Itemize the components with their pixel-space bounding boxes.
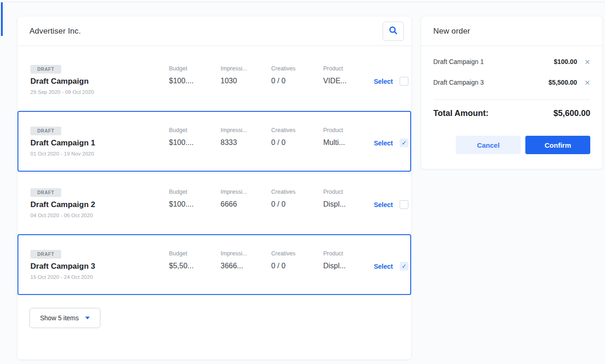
select-area: Select ✓ xyxy=(374,262,408,271)
campaign-creatives: 0 / 0 xyxy=(271,77,323,85)
campaign-dates: 29 Sep 2020 - 09 Oct 2020 xyxy=(30,89,169,95)
campaign-budget: $100.... xyxy=(169,77,221,85)
advertiser-title: Advertiser Inc. xyxy=(29,27,81,36)
product-column: Product VIDE... xyxy=(323,64,374,85)
status-badge: DRAFT xyxy=(30,188,61,197)
campaign-name: Draft Campaign 3 xyxy=(30,262,169,271)
select-link[interactable]: Select xyxy=(374,263,393,270)
select-link[interactable]: Select xyxy=(374,139,393,147)
campaign-budget: $5,50... xyxy=(169,262,221,270)
impressions-column: Impressi... 6666 xyxy=(221,188,271,208)
order-panel-header: New order xyxy=(421,17,602,46)
campaign-list: DRAFT Draft Campaign 29 Sep 2020 - 09 Oc… xyxy=(17,46,411,295)
campaign-budget: $100.... xyxy=(169,200,221,208)
budget-column: Budget $100.... xyxy=(169,126,221,147)
campaign-impressions: 1030 xyxy=(221,77,271,85)
select-checkbox[interactable]: ✓ xyxy=(400,262,408,271)
order-item-name: Draft Campaign 3 xyxy=(433,79,484,86)
select-link[interactable]: Select xyxy=(374,78,393,85)
impressions-column: Impressi... 1030 xyxy=(221,64,271,85)
campaign-row[interactable]: DRAFT Draft Campaign 1 01 Oct 2020 - 19 … xyxy=(17,111,411,172)
campaign-info: DRAFT Draft Campaign 3 15 Oct 2020 - 24 … xyxy=(30,249,169,280)
budget-column-header: Budget xyxy=(169,188,221,195)
impressions-column-header: Impressi... xyxy=(221,188,271,195)
product-column-header: Product xyxy=(323,188,374,195)
campaign-creatives: 0 / 0 xyxy=(271,262,323,270)
select-area: Select ✓ xyxy=(374,139,408,147)
campaign-info: DRAFT Draft Campaign 1 01 Oct 2020 - 19 … xyxy=(30,126,169,156)
campaign-name: Draft Campaign 1 xyxy=(30,139,169,148)
impressions-column: Impressi... 8333 xyxy=(221,126,271,147)
order-item-name: Draft Campaign 1 xyxy=(433,58,484,65)
campaign-impressions: 8333 xyxy=(221,139,271,147)
campaign-dates: 04 Oct 2020 - 06 Oct 2020 xyxy=(30,213,169,218)
select-checkbox[interactable]: ✓ xyxy=(400,77,408,86)
creatives-column: Creatives 0 / 0 xyxy=(271,126,323,147)
campaign-creatives: 0 / 0 xyxy=(271,200,323,208)
status-badge: DRAFT xyxy=(30,250,61,259)
pagination-area: Show 5 items xyxy=(17,302,411,328)
cancel-button[interactable]: Cancel xyxy=(456,136,521,154)
campaign-row[interactable]: DRAFT Draft Campaign 2 04 Oct 2020 - 06 … xyxy=(17,179,411,227)
search-button[interactable] xyxy=(383,22,404,41)
remove-item-icon[interactable]: ✕ xyxy=(584,58,590,65)
creatives-column-header: Creatives xyxy=(271,249,323,257)
campaign-dates: 01 Oct 2020 - 19 Nov 2020 xyxy=(30,151,169,156)
budget-column: Budget $5,50... xyxy=(169,249,221,270)
left-accent-bar xyxy=(1,2,3,36)
campaign-product: VIDE... xyxy=(323,77,374,85)
advertiser-campaigns-panel: Advertiser Inc. DRAFT Draft Campaign 29 … xyxy=(17,17,411,359)
creatives-column-header: Creatives xyxy=(271,188,323,195)
impressions-column-header: Impressi... xyxy=(221,126,271,133)
campaign-info: DRAFT Draft Campaign 2 04 Oct 2020 - 06 … xyxy=(30,188,169,218)
impressions-column: Impressi... 3666... xyxy=(221,249,271,270)
show-items-dropdown[interactable]: Show 5 items xyxy=(29,308,100,328)
select-checkbox[interactable]: ✓ xyxy=(400,200,408,209)
select-checkbox[interactable]: ✓ xyxy=(400,139,408,147)
chevron-down-icon xyxy=(85,317,90,319)
new-order-panel: New order Draft Campaign 1 $100.00 ✕ Dra… xyxy=(421,17,602,169)
order-actions: Cancel Confirm xyxy=(433,136,590,154)
select-area: Select ✓ xyxy=(374,200,408,209)
select-area: Select ✓ xyxy=(374,77,408,86)
campaign-product: Multi... xyxy=(323,139,374,147)
product-column: Product Displ... xyxy=(323,188,374,208)
total-amount-value: $5,600.00 xyxy=(553,109,590,118)
checkmark-icon: ✓ xyxy=(401,263,407,269)
budget-column: Budget $100.... xyxy=(169,64,221,85)
order-total-row: Total Amount: $5,600.00 xyxy=(433,109,590,118)
order-divider xyxy=(433,99,590,100)
order-item: Draft Campaign 3 $5,500.00 ✕ xyxy=(433,79,590,86)
campaign-dates: 15 Oct 2020 - 24 Oct 2020 xyxy=(30,274,169,280)
creatives-column: Creatives 0 / 0 xyxy=(271,188,323,208)
campaign-row[interactable]: DRAFT Draft Campaign 29 Sep 2020 - 09 Oc… xyxy=(17,55,411,104)
creatives-column: Creatives 0 / 0 xyxy=(271,64,323,85)
select-link[interactable]: Select xyxy=(374,201,393,208)
product-column: Product Multi... xyxy=(323,126,374,147)
impressions-column-header: Impressi... xyxy=(221,64,271,72)
campaign-impressions: 3666... xyxy=(221,262,271,270)
creatives-column-header: Creatives xyxy=(271,126,323,133)
search-icon xyxy=(389,26,398,36)
campaign-creatives: 0 / 0 xyxy=(271,139,323,147)
product-column-header: Product xyxy=(323,249,374,257)
checkmark-icon: ✓ xyxy=(401,140,407,146)
campaign-row[interactable]: DRAFT Draft Campaign 3 15 Oct 2020 - 24 … xyxy=(17,234,411,295)
order-title: New order xyxy=(433,27,470,36)
confirm-button[interactable]: Confirm xyxy=(525,136,590,154)
advertiser-panel-header: Advertiser Inc. xyxy=(17,17,411,46)
campaign-product: Displ... xyxy=(323,200,374,208)
remove-item-icon[interactable]: ✕ xyxy=(584,79,590,86)
show-items-label: Show 5 items xyxy=(40,314,79,322)
product-column: Product Displ... xyxy=(323,249,374,270)
order-item-price: $100.00 xyxy=(554,58,577,65)
campaign-name: Draft Campaign xyxy=(30,77,169,86)
campaign-name: Draft Campaign 2 xyxy=(30,200,169,209)
impressions-column-header: Impressi... xyxy=(221,249,271,257)
creatives-column-header: Creatives xyxy=(271,64,323,72)
product-column-header: Product xyxy=(323,64,374,72)
creatives-column: Creatives 0 / 0 xyxy=(271,249,323,270)
campaign-product: Displ... xyxy=(323,262,374,270)
campaign-budget: $100.... xyxy=(169,139,221,147)
top-divider xyxy=(4,2,605,2)
